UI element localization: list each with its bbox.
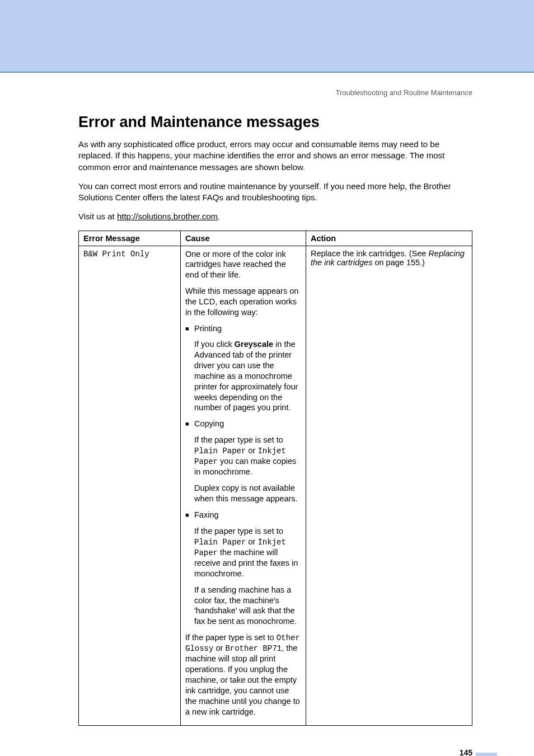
- header-action: Action: [306, 231, 472, 246]
- bullet-faxing: Faxing: [185, 510, 301, 520]
- page-footer: 145: [78, 748, 472, 756]
- visit-prefix: Visit us at: [78, 212, 117, 221]
- copying-mono1: Plain Paper: [194, 447, 246, 456]
- header-error-message: Error Message: [79, 231, 181, 246]
- footer-accent-bar: [476, 753, 497, 756]
- cell-cause: One or more of the color ink cartridges …: [181, 246, 306, 726]
- action-text-a: Replace the ink cartridges. (See: [311, 249, 428, 258]
- printing-detail: If you click Greyscale in the Advanced t…: [194, 339, 301, 413]
- copying-or1: or: [246, 446, 257, 455]
- header-cause: Cause: [181, 231, 306, 246]
- copying-text-c: Duplex copy is not available when this m…: [194, 483, 301, 504]
- cause-tail: If the paper type is set to Other Glossy…: [185, 632, 301, 717]
- visit-line: Visit us at http://solutions.brother.com…: [78, 211, 472, 222]
- page-number: 145: [460, 748, 472, 756]
- table-header-row: Error Message Cause Action: [79, 231, 472, 246]
- cell-error-message: B&W Print Only: [79, 246, 181, 726]
- top-band: [0, 0, 534, 73]
- faxing-or1: or: [246, 537, 257, 546]
- cause-p2: While this message appears on the LCD, e…: [185, 286, 301, 318]
- greyscale-bold: Greyscale: [235, 340, 273, 349]
- action-text-b: on page 155.): [372, 258, 425, 267]
- table-row: B&W Print Only One or more of the color …: [79, 246, 472, 726]
- printing-text-b: in the Advanced tab of the printer drive…: [194, 340, 298, 412]
- faxing-mono1: Plain Paper: [194, 538, 246, 547]
- page-content: B Troubleshooting and Routine Maintenanc…: [0, 73, 534, 756]
- copying-detail: If the paper type is set to Plain Paper …: [194, 435, 301, 504]
- tail-mono2: Brother BP71: [225, 644, 282, 653]
- bullet-copying: Copying: [185, 419, 301, 429]
- intro-paragraph-1: As with any sophisticated office product…: [78, 139, 472, 173]
- tail-a: If the paper type is set to: [185, 633, 277, 642]
- faxing-text-a: If the paper type is set to: [194, 527, 283, 536]
- breadcrumb: Troubleshooting and Routine Maintenance: [78, 88, 472, 97]
- bullet-printing: Printing: [185, 323, 301, 334]
- faxing-detail: If the paper type is set to Plain Paper …: [194, 526, 301, 627]
- printing-text-a: If you click: [194, 340, 235, 349]
- visit-suffix: .: [218, 212, 220, 221]
- solutions-link[interactable]: http://solutions.brother.com: [117, 212, 218, 221]
- tail-or1: or: [213, 644, 225, 652]
- tail-b: , the machine will stop all print operat…: [185, 644, 300, 716]
- copying-text-a: If the paper type is set to: [194, 435, 283, 444]
- intro-paragraph-2: You can correct most errors and routine …: [78, 181, 472, 204]
- error-code-text: B&W Print Only: [83, 250, 149, 259]
- faxing-text-c: If a sending machine has a color fax, th…: [194, 585, 301, 627]
- page-title: Error and Maintenance messages: [78, 114, 472, 131]
- cell-action: Replace the ink cartridges. (See Replaci…: [306, 246, 472, 726]
- error-table: Error Message Cause Action B&W Print Onl…: [78, 231, 472, 726]
- cause-p1: One or more of the color ink cartridges …: [185, 249, 301, 281]
